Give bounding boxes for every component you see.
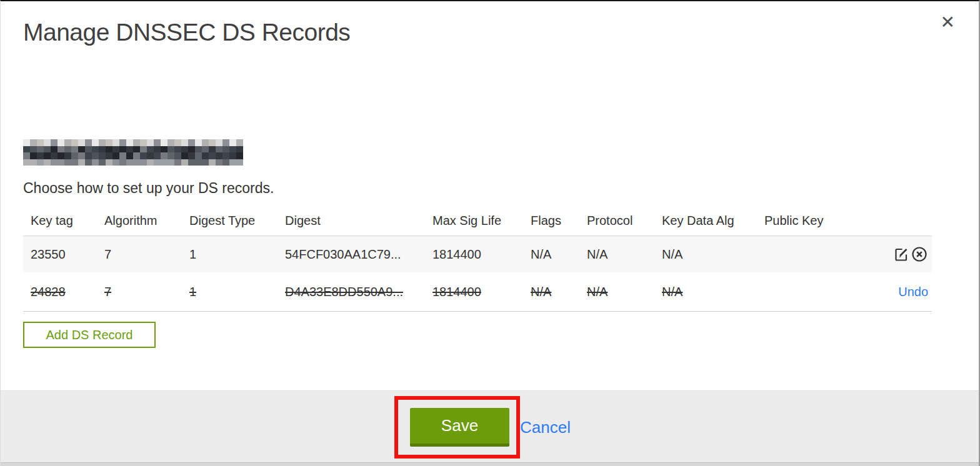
cell-max-sig-life: 1814400 [432, 285, 531, 299]
cell-max-sig-life: 1814400 [432, 247, 531, 262]
delete-icon[interactable] [911, 245, 928, 263]
page-title: Manage DNSSEC DS Records [23, 19, 350, 46]
cell-key-tag: 24828 [31, 285, 104, 299]
row-actions: Undo [852, 285, 932, 299]
undo-link[interactable]: Undo [898, 285, 928, 299]
close-icon[interactable]: ✕ [941, 14, 955, 31]
cell-protocol: N/A [587, 247, 662, 262]
col-header-protocol: Protocol [587, 214, 662, 228]
cell-flags: N/A [531, 247, 587, 262]
cell-key-tag: 23550 [31, 247, 104, 262]
table-row: 23550 7 1 54FCF030AA1C79... 1814400 N/A … [23, 235, 932, 272]
col-header-public-key: Public Key [764, 214, 852, 228]
cell-flags: N/A [531, 285, 587, 299]
edit-icon[interactable] [893, 246, 909, 262]
bottom-edge [1, 462, 979, 466]
col-header-digest: Digest [285, 214, 432, 228]
cell-digest-type: 1 [189, 247, 285, 262]
table-row-deleted: 24828 7 1 D4A33E8DD550A9... 1814400 N/A … [23, 272, 932, 312]
dnssec-modal: Manage DNSSEC DS Records ✕ Choose how to… [0, 0, 980, 466]
add-ds-record-button[interactable]: Add DS Record [23, 322, 156, 348]
cell-algorithm: 7 [104, 247, 189, 262]
col-header-digest-type: Digest Type [189, 214, 285, 228]
cell-digest-type: 1 [189, 285, 285, 299]
instruction-text: Choose how to set up your DS records. [23, 180, 274, 197]
cell-digest: 54FCF030AA1C79... [285, 247, 432, 262]
cell-key-data-alg: N/A [662, 285, 764, 299]
col-header-flags: Flags [531, 214, 587, 228]
redacted-domain-name [23, 139, 243, 166]
cell-key-data-alg: N/A [662, 247, 764, 262]
row-actions [852, 245, 932, 263]
cell-protocol: N/A [587, 285, 662, 299]
table-header-row: Key tag Algorithm Digest Type Digest Max… [23, 206, 932, 235]
cell-algorithm: 7 [104, 285, 189, 299]
col-header-key-tag: Key tag [31, 214, 104, 228]
ds-records-table: Key tag Algorithm Digest Type Digest Max… [23, 206, 932, 312]
cancel-link[interactable]: Cancel [520, 418, 571, 437]
col-header-key-data-alg: Key Data Alg [662, 214, 764, 228]
cell-digest: D4A33E8DD550A9... [285, 285, 432, 299]
col-header-max-sig-life: Max Sig Life [432, 214, 531, 228]
save-button[interactable]: Save [410, 408, 509, 447]
col-header-algorithm: Algorithm [104, 214, 189, 228]
